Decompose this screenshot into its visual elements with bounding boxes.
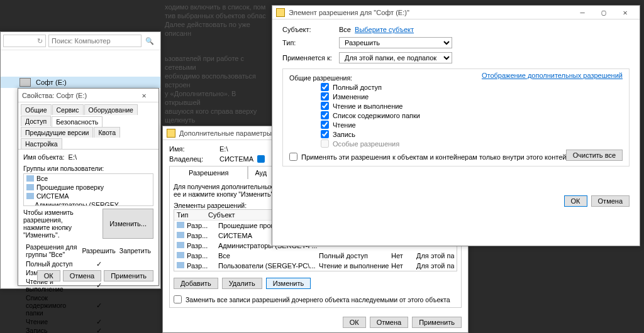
tab-quota[interactable]: Квота: [94, 127, 120, 138]
tabs: Общие Сервис Оборудование Доступ Безопас…: [18, 102, 158, 150]
subject-value: Все: [339, 26, 351, 33]
perm-checkbox[interactable]: [321, 92, 329, 101]
tab-permissions[interactable]: Разрешения: [169, 166, 248, 179]
clear-all-button[interactable]: Очистить все: [566, 150, 623, 161]
nav-refresh[interactable]: ↻: [3, 35, 46, 47]
groups-label: Группы или пользователи:: [23, 165, 153, 172]
type-label: Тип:: [282, 39, 339, 46]
tab-general[interactable]: Общие: [21, 104, 52, 115]
tab-previous[interactable]: Предыдущие версии: [21, 127, 93, 138]
name-label: Имя:: [169, 145, 219, 153]
object-name-value: E:\: [69, 153, 77, 161]
select-subject-link[interactable]: Выберите субъект: [355, 26, 414, 33]
folder-icon: [276, 8, 285, 17]
search-icon: 🔍: [142, 37, 158, 45]
permissions-group: Общие разрешения: Отображение дополнител…: [282, 68, 630, 166]
background-text: ходимо включить в список, помтив выбранн…: [162, 0, 269, 40]
tab-security[interactable]: Безопасность: [52, 116, 103, 127]
search-input[interactable]: [48, 35, 142, 47]
folder-icon: [167, 129, 175, 138]
subject-label: Субъект:: [282, 26, 339, 33]
perm-checkbox[interactable]: [321, 83, 329, 91]
tab-customize[interactable]: Настройка: [21, 138, 62, 149]
apply-only-label: Применять эти разрешения к объектам и ко…: [301, 153, 582, 161]
ok-button[interactable]: ОК: [564, 195, 587, 207]
cancel-button[interactable]: Отмена: [370, 317, 408, 328]
tab-tools[interactable]: Сервис: [52, 104, 84, 115]
name-value: E:\: [219, 145, 228, 153]
perm-checkbox: [321, 139, 329, 148]
delete-button[interactable]: Удалить: [222, 278, 262, 289]
applies-select[interactable]: Для этой папки, ее подпапок и файлов: [339, 52, 452, 63]
replace-label: Заменить все записи разрешений дочернего…: [186, 296, 450, 303]
perm-checkbox[interactable]: [321, 130, 329, 138]
perm-checkbox[interactable]: [321, 102, 329, 110]
apply-button[interactable]: Применить: [104, 270, 153, 281]
tab-audit[interactable]: Ауд: [248, 166, 274, 179]
ok-button[interactable]: ОК: [37, 270, 60, 281]
perm-for-label: Разрешения для группы "Все": [25, 243, 79, 259]
apply-button[interactable]: Применить: [412, 317, 462, 328]
tab-hardware[interactable]: Оборудование: [84, 104, 138, 115]
drive-item-selected[interactable]: Софт (E:): [1, 77, 160, 88]
maximize-icon[interactable]: ▢: [593, 6, 614, 19]
props-title: Свойства: Софт (E:): [22, 92, 133, 99]
users-list[interactable]: Все Прошедшие проверку СИСТЕМА Администр…: [23, 173, 153, 206]
perm-checkbox[interactable]: [321, 111, 329, 119]
add-button[interactable]: Добавить: [174, 278, 218, 289]
close-icon[interactable]: ✕: [614, 6, 636, 19]
object-name-label: Имя объекта:: [23, 153, 64, 161]
tab-sharing[interactable]: Доступ: [21, 116, 51, 126]
owner-value: СИСТЕМА: [219, 155, 253, 163]
type-select[interactable]: Разрешить: [339, 37, 452, 48]
perm-title: Элемент разрешения для "Софт (E:)": [289, 9, 572, 16]
advanced-perms-link[interactable]: Отображение дополнительных разрешений: [482, 72, 623, 79]
permission-entry-dialog: Элемент разрешения для "Софт (E:)" — ▢ ✕…: [272, 5, 640, 246]
cancel-button[interactable]: Отмена: [63, 270, 101, 281]
group-label: Общие разрешения:: [289, 74, 352, 82]
properties-dialog: Свойства: Софт (E:) ✕ Общие Сервис Обору…: [18, 88, 159, 286]
cancel-button[interactable]: Отмена: [591, 195, 630, 207]
minimize-icon[interactable]: —: [572, 6, 593, 19]
apply-only-checkbox[interactable]: [289, 153, 297, 161]
applies-label: Применяется к:: [282, 54, 339, 62]
edit-button[interactable]: Изменить: [266, 278, 311, 289]
edit-button[interactable]: Изменить...: [103, 209, 153, 239]
replace-checkbox[interactable]: [174, 295, 182, 303]
shield-icon: [257, 155, 265, 163]
perm-checkbox[interactable]: [321, 121, 329, 129]
ok-button[interactable]: ОК: [343, 317, 366, 328]
owner-label: Владелец:: [169, 155, 219, 163]
close-icon[interactable]: ✕: [133, 89, 155, 102]
